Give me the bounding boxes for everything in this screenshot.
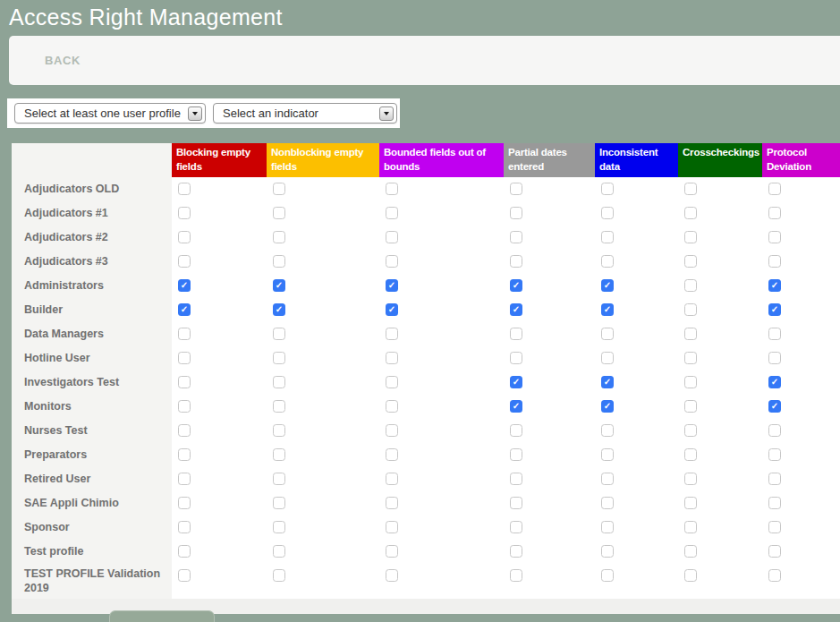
checkbox[interactable] xyxy=(510,255,522,268)
checkbox[interactable] xyxy=(386,400,398,413)
checkbox[interactable] xyxy=(684,424,697,437)
checkbox[interactable] xyxy=(178,352,191,364)
checkbox[interactable] xyxy=(601,207,614,219)
checkbox[interactable] xyxy=(510,521,522,533)
checkbox[interactable] xyxy=(684,279,697,292)
checkbox[interactable] xyxy=(684,303,697,316)
checkbox[interactable] xyxy=(273,328,285,340)
checkbox[interactable] xyxy=(178,569,191,582)
checkbox[interactable] xyxy=(386,473,398,485)
checkbox[interactable] xyxy=(768,545,781,558)
checkbox[interactable] xyxy=(386,183,398,195)
checkbox[interactable] xyxy=(510,183,522,195)
checkbox[interactable] xyxy=(601,569,614,582)
checkbox[interactable] xyxy=(768,352,781,364)
checkbox[interactable] xyxy=(510,497,522,509)
checkbox[interactable] xyxy=(178,521,191,533)
checkbox[interactable] xyxy=(273,545,285,558)
checkbox[interactable] xyxy=(684,400,697,413)
checkbox[interactable] xyxy=(601,231,614,243)
checkbox[interactable] xyxy=(768,473,781,485)
checkbox[interactable] xyxy=(601,183,614,195)
checkbox[interactable]: ✓ xyxy=(386,303,398,316)
checkbox[interactable] xyxy=(273,231,285,243)
checkbox[interactable] xyxy=(510,569,522,582)
checkbox[interactable] xyxy=(273,424,285,437)
checkbox[interactable] xyxy=(510,545,522,558)
checkbox[interactable] xyxy=(178,424,191,437)
checkbox[interactable]: ✓ xyxy=(601,303,614,316)
checkbox[interactable]: ✓ xyxy=(386,279,398,292)
checkbox[interactable] xyxy=(684,448,697,461)
checkbox[interactable] xyxy=(178,497,191,509)
checkbox[interactable]: ✓ xyxy=(178,303,191,316)
checkbox[interactable] xyxy=(768,448,781,461)
checkbox[interactable] xyxy=(178,231,191,243)
checkbox[interactable]: ✓ xyxy=(510,303,522,316)
checkbox[interactable] xyxy=(386,376,398,388)
checkbox[interactable] xyxy=(386,569,398,582)
checkbox[interactable] xyxy=(510,448,522,461)
checkbox[interactable] xyxy=(178,255,191,268)
checkbox[interactable] xyxy=(178,328,191,340)
checkbox[interactable] xyxy=(601,328,614,340)
dropdown-arrow-button[interactable] xyxy=(379,107,394,121)
checkbox[interactable]: ✓ xyxy=(768,279,781,292)
back-button[interactable]: BACK xyxy=(45,54,81,67)
checkbox[interactable] xyxy=(768,231,781,243)
checkbox[interactable] xyxy=(684,183,697,195)
checkbox[interactable] xyxy=(273,255,285,268)
checkbox[interactable]: ✓ xyxy=(768,400,781,413)
checkbox[interactable] xyxy=(273,497,285,509)
indicator-select[interactable]: Select an indicator xyxy=(213,103,397,124)
checkbox[interactable] xyxy=(273,376,285,388)
checkbox[interactable]: ✓ xyxy=(601,400,614,413)
checkbox[interactable] xyxy=(684,255,697,268)
checkbox[interactable] xyxy=(386,521,398,533)
checkbox[interactable] xyxy=(601,497,614,509)
checkbox[interactable] xyxy=(684,497,697,509)
checkbox[interactable] xyxy=(601,521,614,533)
checkbox[interactable]: ✓ xyxy=(510,376,522,388)
checkbox[interactable] xyxy=(768,521,781,533)
checkbox[interactable] xyxy=(510,352,522,364)
checkbox[interactable] xyxy=(768,497,781,509)
checkbox[interactable] xyxy=(601,352,614,364)
checkbox[interactable] xyxy=(178,400,191,413)
checkbox[interactable]: ✓ xyxy=(510,279,522,292)
checkbox[interactable] xyxy=(510,328,522,340)
checkbox[interactable] xyxy=(273,207,285,219)
checkbox[interactable] xyxy=(178,376,191,388)
checkbox[interactable] xyxy=(178,448,191,461)
checkbox[interactable]: ✓ xyxy=(273,279,285,292)
checkbox[interactable] xyxy=(768,183,781,195)
checkbox[interactable] xyxy=(386,231,398,243)
dropdown-arrow-button[interactable] xyxy=(188,107,202,121)
checkbox[interactable] xyxy=(768,569,781,582)
checkbox[interactable] xyxy=(684,521,697,533)
user-profile-select[interactable]: Select at least one user profile xyxy=(14,103,206,124)
checkbox[interactable]: ✓ xyxy=(178,279,191,292)
checkbox[interactable] xyxy=(768,328,781,340)
checkbox[interactable] xyxy=(273,352,285,364)
checkbox[interactable] xyxy=(273,569,285,582)
checkbox[interactable] xyxy=(386,448,398,461)
checkbox[interactable] xyxy=(178,183,191,195)
checkbox[interactable] xyxy=(386,328,398,340)
checkbox[interactable] xyxy=(273,473,285,485)
checkbox[interactable] xyxy=(273,448,285,461)
checkbox[interactable] xyxy=(684,376,697,388)
checkbox[interactable] xyxy=(386,545,398,558)
checkbox[interactable] xyxy=(601,545,614,558)
checkbox[interactable] xyxy=(386,352,398,364)
checkbox[interactable]: ✓ xyxy=(273,303,285,316)
checkbox[interactable] xyxy=(601,255,614,268)
checkbox[interactable] xyxy=(510,207,522,219)
checkbox[interactable] xyxy=(178,473,191,485)
checkbox[interactable] xyxy=(684,352,697,364)
checkbox[interactable]: ✓ xyxy=(768,303,781,316)
checkbox[interactable] xyxy=(768,207,781,219)
bottom-action-button[interactable] xyxy=(109,610,215,622)
checkbox[interactable] xyxy=(684,328,697,340)
checkbox[interactable] xyxy=(386,424,398,437)
